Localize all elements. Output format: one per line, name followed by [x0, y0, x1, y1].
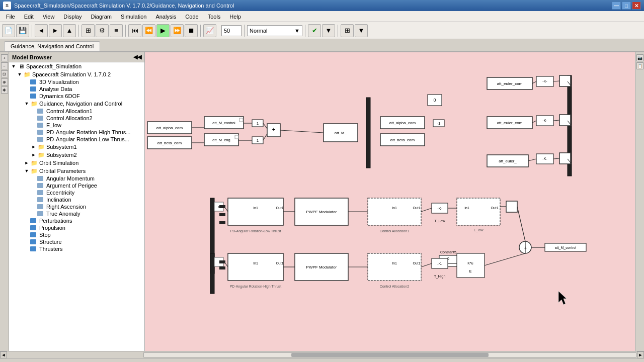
block-icon — [37, 190, 43, 195]
stop-button[interactable]: ⏹ — [185, 24, 198, 37]
sidebar-title: Model Browser — [12, 54, 52, 60]
sidebar-item-right-ascension[interactable]: Right Ascension — [9, 203, 144, 210]
sidebar-tree: ▼ 🖥 Spacecraft_Simulation ▼ 📁 Spacecraft… — [9, 62, 144, 252]
svg-text:att_beta_com: att_beta_com — [157, 141, 182, 145]
new-button[interactable]: 📄 — [2, 24, 15, 37]
menu-item-display[interactable]: Display — [59, 13, 86, 21]
sidebar-item-stop[interactable]: Stop — [9, 231, 144, 238]
sidebar-item-spacecraft-simulation[interactable]: ▼ 🖥 Spacecraft_Simulation — [9, 62, 144, 70]
svg-line-53 — [553, 120, 559, 121]
up-button[interactable]: ▲ — [63, 24, 76, 37]
scroll-left-button[interactable]: ◄ — [0, 351, 7, 358]
pan-button[interactable]: ✥ — [1, 86, 8, 94]
tree-arrow-icon: ► — [30, 152, 37, 157]
sidebar-item-inclination[interactable]: Inclination — [9, 196, 144, 203]
sidebar-item-spacecraft-sim-v[interactable]: ▼ 📁 Spacecraft Simulation V. 1.7.0.2 — [9, 70, 144, 78]
settings-button[interactable]: ⚙ — [96, 24, 109, 37]
menu-item-file[interactable]: File — [2, 13, 19, 21]
sidebar-item-angular-mom[interactable]: Angular Momentum — [9, 175, 144, 182]
svg-text:att_M_eng: att_M_eng — [212, 138, 230, 142]
menu-item-diagram[interactable]: Diagram — [87, 13, 116, 21]
sidebar-item-orbit[interactable]: ► 📁 Orbit Simulation — [9, 159, 144, 167]
h-scroll-track[interactable] — [143, 352, 636, 357]
tree-label: Spacecraft_Simulation — [26, 63, 82, 69]
menu-item-analysis[interactable]: Analysis — [151, 13, 180, 21]
sidebar-collapse-icon[interactable]: ◀◀ — [133, 54, 141, 60]
svg-rect-114 — [457, 253, 485, 278]
menu-item-edit[interactable]: Edit — [20, 13, 38, 21]
sidebar-item-orbital-params[interactable]: ▼ 📁 Orbital Parameters — [9, 167, 144, 175]
sidebar-item-dynamics[interactable]: Dynamics 6DOF — [9, 93, 144, 100]
sidebar-item-ctrl-alloc2[interactable]: Control Allocation2 — [9, 115, 144, 122]
tree-arrow-icon: ► — [30, 144, 37, 149]
sidebar-item-elow[interactable]: E_low — [9, 122, 144, 129]
sidebar-item-pd-high[interactable]: PD-Angular Rotation-High Thrus... — [9, 129, 144, 136]
zoom-select-button[interactable]: ⊕ — [1, 78, 8, 85]
separator7 — [338, 25, 338, 37]
menu-item-help[interactable]: Help — [225, 13, 245, 21]
svg-text:Control Allocation2: Control Allocation2 — [380, 285, 409, 288]
sim-mode-dropdown[interactable]: Normal ▼ — [247, 25, 302, 36]
svg-text:Out1: Out1 — [413, 261, 420, 265]
forward-button[interactable]: ► — [49, 24, 62, 37]
view-button[interactable]: ⊞ — [82, 24, 95, 37]
maximize-button[interactable]: □ — [622, 2, 631, 10]
menu-item-view[interactable]: View — [39, 13, 59, 21]
sidebar-item-3dvis[interactable]: 3D Visualization — [9, 78, 144, 85]
block-icon — [37, 130, 43, 135]
tab-gnc[interactable]: Guidance, Navigation and Control — [4, 41, 100, 51]
tree-label: Propulsion — [39, 225, 65, 231]
svg-text:att_euler_com: att_euler_com — [497, 81, 523, 86]
sidebar-item-eccentricity[interactable]: Eccentricity — [9, 189, 144, 196]
tree-label: Eccentricity — [46, 190, 74, 196]
step-back-button[interactable]: ⏪ — [142, 24, 155, 37]
check-button[interactable]: ✔ — [308, 24, 321, 37]
step-forward-button[interactable]: ⏩ — [171, 24, 184, 37]
scroll-right-button[interactable]: ► — [637, 351, 644, 358]
sidebar-item-thrusters[interactable]: Thrusters — [9, 245, 144, 252]
tree-label: Stop — [39, 232, 51, 238]
sidebar-item-analyse[interactable]: Analyse Data — [9, 85, 144, 93]
menu-button[interactable]: ≡ — [110, 24, 123, 37]
zoom-in-button[interactable]: + — [1, 54, 8, 61]
menu-item-simulation[interactable]: Simulation — [117, 13, 150, 21]
chart-button[interactable]: 📈 — [203, 24, 216, 37]
close-button[interactable]: ✕ — [632, 2, 641, 10]
svg-line-121 — [485, 253, 525, 265]
sidebar-item-structure[interactable]: Structure — [9, 238, 144, 245]
play-button[interactable]: ▶ — [156, 24, 170, 37]
svg-text:In1: In1 — [464, 206, 469, 210]
back-button[interactable]: ◄ — [35, 24, 48, 37]
svg-rect-49 — [559, 153, 571, 164]
grid-button[interactable]: ⊞ — [341, 24, 354, 37]
sidebar-item-true-anomaly[interactable]: True Anomaly — [9, 210, 144, 217]
menu-item-tools[interactable]: Tools — [204, 13, 225, 21]
window-title: Spacecraft_Simulation/Spacecraft Simulat… — [14, 3, 609, 9]
minimize-button[interactable]: — — [612, 2, 621, 10]
fit-button[interactable]: ⊡ — [1, 70, 8, 77]
sidebar-item-perturbations[interactable]: Perturbations — [9, 217, 144, 224]
grid-dropdown[interactable]: ▼ — [355, 24, 368, 37]
sidebar-item-propulsion[interactable]: Propulsion — [9, 224, 144, 231]
horizontal-scrollbar[interactable]: ◄ ► — [0, 351, 644, 358]
sidebar-item-arg-perigee[interactable]: Argument of Perigee — [9, 182, 144, 189]
rewind-button[interactable]: ⏮ — [128, 24, 141, 37]
save-button[interactable]: 💾 — [16, 24, 29, 37]
screenshot-button[interactable]: 📷 — [636, 54, 643, 61]
window-controls: — □ ✕ — [612, 2, 641, 10]
menu-item-code[interactable]: Code — [181, 13, 202, 21]
block-icon — [37, 109, 43, 114]
canvas-area[interactable]: att_alpha_com att_beta_com att_M_control… — [145, 52, 635, 351]
sidebar-item-subsystem2[interactable]: ► 📁 Subsystem2 — [9, 151, 144, 159]
h-scroll-thumb[interactable] — [291, 353, 488, 357]
sidebar-item-ctrl-alloc1[interactable]: Control Allocation1 — [9, 108, 144, 115]
zoom-out-button[interactable]: − — [1, 62, 8, 69]
svg-line-92 — [517, 207, 525, 241]
sidebar-item-pd-low[interactable]: PD-Angular Rotation-Low Thrus... — [9, 136, 144, 143]
info-button[interactable]: 📋 — [636, 62, 643, 69]
sim-time-input[interactable] — [221, 25, 242, 36]
sidebar-item-subsystem1[interactable]: ► 📁 Subsystem1 — [9, 143, 144, 151]
check-dropdown[interactable]: ▼ — [322, 24, 335, 37]
sidebar-item-gnc[interactable]: ▼ 📁 Guidance, Navigation and Control — [9, 100, 144, 108]
tree-arrow-icon: ► — [23, 160, 30, 165]
